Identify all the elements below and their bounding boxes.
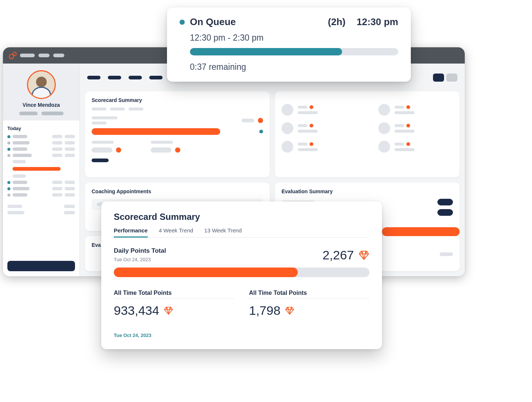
filter-pill[interactable] [437,209,453,216]
schedule-item[interactable] [7,193,75,197]
all-time-points-value: 933,434 [114,303,159,318]
schedule-item[interactable] [7,147,75,151]
scorecard-title: Scorecard Summary [114,212,369,222]
profile-card: Vince Mendoza [3,64,79,120]
profile-meta-placeholder [19,112,38,115]
status-dot-icon [258,118,263,123]
queue-progress-bar [190,48,398,55]
queue-current-time: 12:30 pm [357,16,398,28]
scorecard-tabs: Performance 4 Week Trend 13 Week Trend [114,227,369,238]
gem-icon [164,306,173,316]
kpi-item[interactable] [378,141,453,153]
queue-time-remaining: 0:37 remaining [190,62,398,72]
filter-pill[interactable] [437,199,453,205]
today-section: Today [3,120,79,219]
progress-bar [92,128,220,135]
sidebar: Vince Mendoza Today [3,64,80,276]
main-tab[interactable] [129,76,142,79]
schedule-item[interactable] [7,181,75,184]
main-tab[interactable] [87,76,100,79]
status-dot-icon [259,130,263,133]
kpi-item[interactable] [378,122,453,134]
kpi-card [275,91,460,177]
avatar[interactable] [27,70,56,99]
schedule-item[interactable] [7,141,75,144]
schedule-current-highlight [13,167,61,171]
kpi-item[interactable] [282,104,356,116]
scorecard-summary-card: Scorecard Summary [85,91,270,177]
card-title: Evaluation Summary [282,188,453,194]
main-tab[interactable] [149,76,163,79]
tab-4-week-trend[interactable]: 4 Week Trend [159,227,193,238]
background-progress-accent [382,227,460,236]
daily-points-label: Daily Points Total [114,247,166,255]
svg-point-1 [36,76,47,87]
status-dot-icon [180,20,185,25]
profile-name: Vince Mendoza [7,102,76,108]
kpi-item[interactable] [378,104,453,116]
sidebar-action-button[interactable] [7,261,75,271]
card-title: Scorecard Summary [92,97,263,103]
scorecard-detail-card: Scorecard Summary Performance 4 Week Tre… [101,201,382,349]
today-heading: Today [7,126,75,131]
tab-performance[interactable]: Performance [114,227,148,238]
tab-13-week-trend[interactable]: 13 Week Trend [204,227,242,238]
schedule-item[interactable] [7,135,75,138]
kpi-item[interactable] [282,122,356,134]
daily-points-value: 2,267 [323,248,354,262]
avatar-placeholder-icon [28,71,55,98]
schedule-item[interactable] [7,154,75,157]
daily-points-progress [114,268,369,277]
app-logo-icon [9,52,16,59]
card-title: Coaching Appointments [92,188,263,194]
gem-icon [358,250,369,261]
gem-icon [285,306,294,316]
queue-time-range: 12:30 pm - 2:30 pm [190,33,398,43]
all-time-points-label-b: All Time Total Points [249,290,369,299]
kpi-item[interactable] [282,141,356,153]
titlebar-placeholder [38,54,50,57]
all-time-points-label: All Time Total Points [114,290,234,299]
titlebar-placeholder [53,54,64,57]
schedule-item[interactable] [7,187,75,190]
titlebar-placeholder [20,54,35,57]
profile-meta-placeholder [41,112,64,115]
daily-points-date: Tue Oct 24, 2023 [114,257,166,262]
queue-status-label: On Queue [190,16,236,28]
scorecard-footer-date[interactable]: Tue Oct 24, 2023 [114,333,369,338]
queue-status-card: On Queue (2h) 12:30 pm 12:30 pm - 2:30 p… [167,7,411,82]
view-toggle-list[interactable] [446,74,457,82]
all-time-points-value-b: 1,798 [249,303,280,318]
view-toggle-grid[interactable] [433,74,444,82]
queue-duration: (2h) [328,16,346,28]
main-tab[interactable] [108,76,121,79]
